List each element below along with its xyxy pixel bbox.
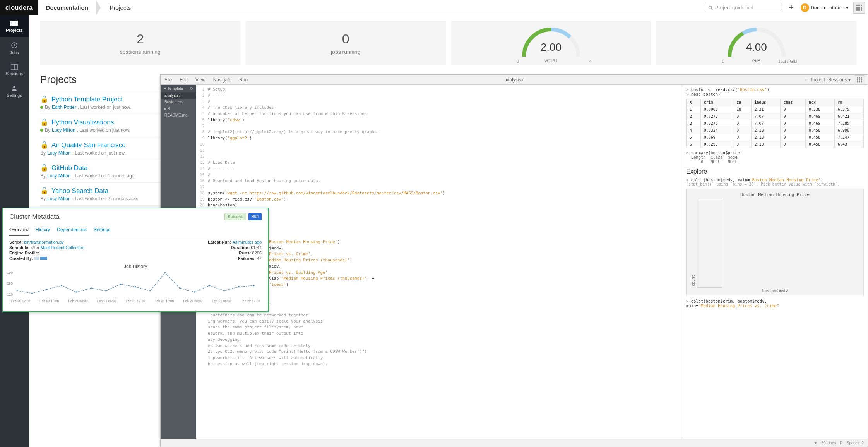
brand-logo: cloudera [0, 0, 38, 15]
search-icon [708, 5, 713, 10]
breadcrumb-current: Projects [102, 0, 139, 15]
chevron-down-icon: ▾ [846, 5, 849, 10]
breadcrumb-separator [96, 0, 102, 15]
breadcrumb: Documentation Projects [38, 0, 139, 15]
new-project-button[interactable]: + [787, 3, 796, 12]
search-input[interactable]: Project quick find [705, 3, 782, 12]
user-menu[interactable]: D Documentation ▾ [801, 3, 849, 12]
breadcrumb-context[interactable]: Documentation [38, 0, 96, 15]
user-name: Documentation [811, 5, 844, 10]
avatar: D [801, 3, 809, 12]
svg-point-0 [709, 6, 712, 9]
app-switcher-icon[interactable] [853, 2, 865, 14]
top-bar: cloudera Documentation Projects Project … [0, 0, 868, 15]
svg-line-1 [711, 9, 712, 10]
search-placeholder: Project quick find [715, 5, 753, 10]
